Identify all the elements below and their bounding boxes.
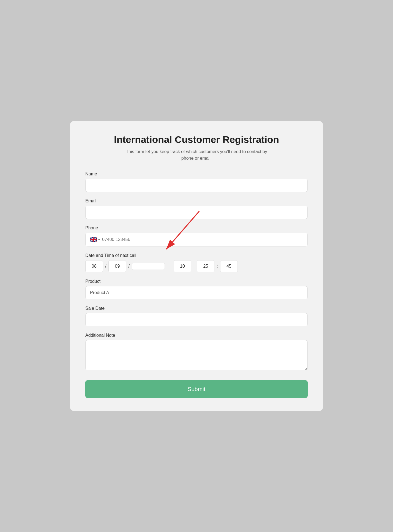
day-box[interactable]: 08 [85, 260, 103, 272]
sale-date-label: Sale Date [85, 306, 308, 311]
date-part: 08 / 09 / [85, 260, 165, 272]
name-input[interactable] [85, 179, 308, 192]
form-title: International Customer Registration [85, 134, 308, 145]
second-box[interactable]: 45 [220, 260, 238, 272]
registration-form-card: International Customer Registration This… [70, 121, 323, 411]
month-box[interactable]: 09 [108, 260, 126, 272]
additional-note-group: Additional Note [85, 333, 308, 371]
date-separator-1: / [103, 264, 108, 269]
time-separator-1: : [191, 264, 197, 269]
email-label: Email [85, 199, 308, 203]
phone-dropdown-arrow-icon: ▾ [98, 238, 100, 241]
product-input[interactable] [85, 286, 308, 299]
email-input[interactable] [85, 206, 308, 219]
email-group: Email [85, 199, 308, 219]
additional-note-textarea[interactable] [85, 340, 308, 370]
time-part: 10 : 25 : 45 [174, 260, 238, 272]
phone-flag-selector[interactable]: 🇬🇧 ▾ [90, 236, 100, 243]
additional-note-label: Additional Note [85, 333, 308, 338]
datetime-row: 08 / 09 / 10 : 25 : 45 [85, 260, 308, 272]
sale-date-group: Sale Date [85, 306, 308, 326]
form-header: International Customer Registration This… [85, 134, 308, 162]
product-label: Product [85, 279, 308, 284]
phone-group: Phone 🇬🇧 ▾ [85, 226, 308, 246]
phone-number-input[interactable] [102, 237, 303, 242]
phone-input-wrapper: 🇬🇧 ▾ [85, 233, 308, 246]
form-subtitle: This form let you keep track of which cu… [119, 148, 274, 162]
datetime-label: Date and Time of next call [85, 253, 308, 258]
submit-button[interactable]: Submit [85, 380, 308, 398]
sale-date-input[interactable] [85, 313, 308, 326]
minute-box[interactable]: 25 [197, 260, 214, 272]
date-separator-2: / [126, 264, 132, 269]
name-label: Name [85, 172, 308, 177]
year-box[interactable] [132, 263, 165, 270]
uk-flag-icon: 🇬🇧 [90, 236, 97, 243]
name-group: Name [85, 172, 308, 192]
phone-label: Phone [85, 226, 308, 230]
time-separator-2: : [214, 264, 220, 269]
product-group: Product [85, 279, 308, 299]
datetime-group: Date and Time of next call 08 / 09 / 10 … [85, 253, 308, 272]
hour-box[interactable]: 10 [174, 260, 191, 272]
